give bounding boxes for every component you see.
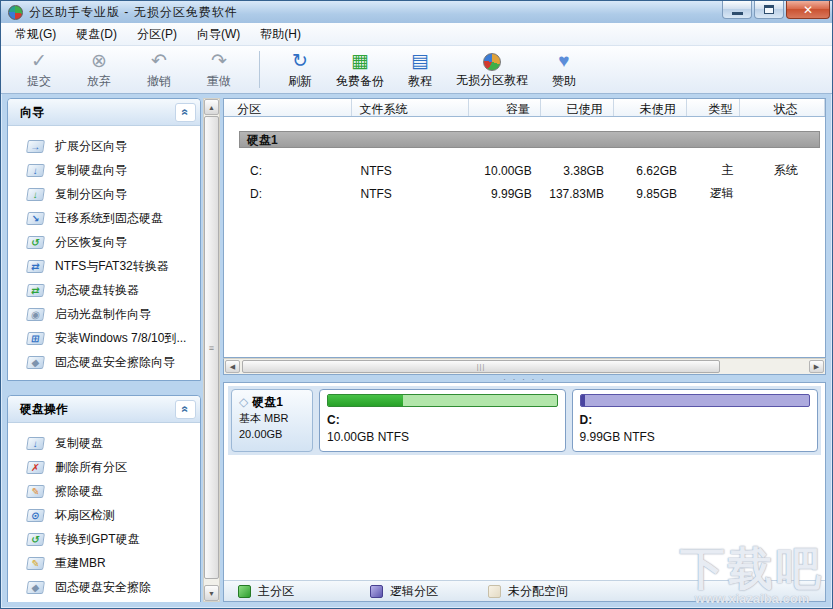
boot-cd-icon: ◉ bbox=[26, 308, 45, 321]
usage-bar-c bbox=[327, 394, 558, 407]
scrollbar-thumb[interactable]: ≡ bbox=[204, 116, 219, 579]
dynamic-disk-converter-icon: ⇄ bbox=[26, 284, 45, 297]
sidebar-item-ntfs-fat32-converter[interactable]: ⇄ NTFS与FAT32转换器 bbox=[8, 254, 200, 278]
menu-help[interactable]: 帮助(H) bbox=[250, 23, 311, 46]
table-rows: C: NTFS 10.00GB 3.38GB 6.62GB 主 系统 D: NT… bbox=[224, 159, 825, 205]
redo-icon: ↷ bbox=[211, 50, 227, 72]
ssd-secure-erase-icon: ◆ bbox=[26, 356, 45, 369]
menu-wizard[interactable]: 向导(W) bbox=[187, 23, 250, 46]
sidebar-item-copy-disk-wizard[interactable]: ↓ 复制硬盘向导 bbox=[8, 158, 200, 182]
disk-name: 硬盘1 bbox=[252, 394, 283, 410]
column-status[interactable]: 状态 bbox=[740, 99, 825, 116]
menu-general[interactable]: 常规(G) bbox=[5, 23, 66, 46]
hscrollbar-thumb[interactable]: ||| bbox=[242, 360, 720, 373]
table-row-c[interactable]: C: NTFS 10.00GB 3.38GB 6.62GB 主 系统 bbox=[224, 159, 825, 182]
sidebar-item-copy-partition-wizard[interactable]: ↓ 复制分区向导 bbox=[8, 182, 200, 206]
column-unused[interactable]: 未使用 bbox=[614, 99, 687, 116]
panel-splitter[interactable]: · · · · · bbox=[223, 375, 826, 382]
sidebar-item-extend-partition-wizard[interactable]: → 扩展分区向导 bbox=[8, 134, 200, 158]
menu-bar: 常规(G) 硬盘(D) 分区(P) 向导(W) 帮助(H) bbox=[1, 23, 832, 46]
usage-bar-d bbox=[580, 394, 811, 407]
unallocated-swatch-icon bbox=[488, 585, 501, 598]
partition-name: C: bbox=[327, 412, 558, 429]
recover-partition-icon: ↺ bbox=[26, 236, 45, 249]
scroll-right-button[interactable]: ▶ bbox=[809, 360, 824, 373]
table-row-d[interactable]: D: NTFS 9.99GB 137.83MB 9.85GB 逻辑 bbox=[224, 182, 825, 205]
partition-table: 分区 文件系统 容量 已使用 未使用 类型 状态 硬盘1 C: NTFS 10.… bbox=[223, 98, 826, 358]
column-used[interactable]: 已使用 bbox=[541, 99, 613, 116]
partition-info: 9.99GB NTFS bbox=[580, 429, 811, 445]
hscroll-track[interactable] bbox=[720, 360, 809, 373]
column-capacity[interactable]: 容量 bbox=[469, 99, 541, 116]
arrow-up-icon: ▲ bbox=[208, 104, 215, 111]
primary-partition-swatch-icon bbox=[238, 585, 251, 598]
refresh-button[interactable]: ↻ 刷新 bbox=[270, 46, 330, 93]
sidebar-item-install-windows[interactable]: ⊞ 安装Windows 7/8/10到... bbox=[8, 326, 200, 350]
ssd-secure-erase-icon: ◆ bbox=[26, 581, 45, 594]
sidebar: 向导 « → 扩展分区向导 ↓ 复制硬盘向导 ↓ 复制分区向导 ↘ 迁 bbox=[7, 98, 201, 602]
sidebar-item-ssd-secure-erase[interactable]: ◆ 固态硬盘安全擦除 bbox=[8, 575, 200, 599]
maximize-button[interactable] bbox=[754, 1, 784, 19]
close-button[interactable]: ✕ bbox=[786, 1, 830, 19]
usage-fill-d bbox=[581, 395, 586, 406]
sidebar-item-rebuild-mbr[interactable]: ✎ 重建MBR bbox=[8, 551, 200, 575]
column-partition[interactable]: 分区 bbox=[224, 99, 352, 116]
table-header: 分区 文件系统 容量 已使用 未使用 类型 状态 bbox=[224, 99, 825, 117]
menu-partition[interactable]: 分区(P) bbox=[127, 23, 187, 46]
minimize-button[interactable] bbox=[722, 1, 752, 19]
heart-icon: ♥ bbox=[558, 50, 569, 72]
column-filesystem[interactable]: 文件系统 bbox=[352, 99, 469, 116]
disk-ops-panel: 硬盘操作 « ↓ 复制硬盘 ✗ 删除所有分区 ✎ 擦除硬盘 ⊙ 坏扇区 bbox=[7, 395, 201, 602]
redo-button[interactable]: ↷ 重做 bbox=[189, 46, 249, 93]
scroll-down-button[interactable]: ▼ bbox=[204, 585, 219, 601]
sidebar-item-delete-all-partitions[interactable]: ✗ 删除所有分区 bbox=[8, 455, 200, 479]
disk-info-block[interactable]: ◇ 硬盘1 基本 MBR 20.00GB bbox=[231, 389, 313, 452]
disk-size: 20.00GB bbox=[239, 426, 312, 442]
sidebar-item-dynamic-disk-converter[interactable]: ⇄ 动态硬盘转换器 bbox=[8, 278, 200, 302]
sidebar-item-ssd-secure-erase-wizard[interactable]: ◆ 固态硬盘安全擦除向导 bbox=[8, 350, 200, 374]
convert-gpt-icon: ↺ bbox=[26, 533, 45, 546]
disk-scheme: 基本 MBR bbox=[239, 410, 312, 426]
sidebar-item-boot-cd-wizard[interactable]: ◉ 启动光盘制作向导 bbox=[8, 302, 200, 326]
wizard-panel: 向导 « → 扩展分区向导 ↓ 复制硬盘向导 ↓ 复制分区向导 ↘ 迁 bbox=[7, 98, 201, 381]
sidebar-item-partition-recovery-wizard[interactable]: ↺ 分区恢复向导 bbox=[8, 230, 200, 254]
app-logo-icon bbox=[8, 5, 23, 20]
partition-name: D: bbox=[580, 412, 811, 429]
wipe-disk-icon: ✎ bbox=[26, 485, 45, 498]
delete-all-partitions-icon: ✗ bbox=[26, 461, 45, 474]
sidebar-item-wipe-disk[interactable]: ✎ 擦除硬盘 bbox=[8, 479, 200, 503]
lossless-tutorial-button[interactable]: 无损分区教程 bbox=[450, 46, 534, 93]
free-backup-button[interactable]: ▦ 免费备份 bbox=[330, 46, 390, 93]
tutorial-button[interactable]: ▤ 教程 bbox=[390, 46, 450, 93]
disk-gem-icon: ◇ bbox=[239, 394, 248, 410]
sidebar-item-bad-sector-test[interactable]: ⊙ 坏扇区检测 bbox=[8, 503, 200, 527]
partition-block-c[interactable]: C: 10.00GB NTFS bbox=[319, 389, 566, 452]
horizontal-scrollbar[interactable]: ◀ ||| ▶ bbox=[223, 358, 826, 375]
wizard-collapse-button[interactable]: « bbox=[175, 103, 196, 122]
undo-icon: ↶ bbox=[151, 50, 167, 72]
column-type[interactable]: 类型 bbox=[687, 99, 740, 116]
sidebar-item-copy-disk[interactable]: ↓ 复制硬盘 bbox=[8, 431, 200, 455]
scroll-up-button[interactable]: ▲ bbox=[204, 99, 219, 115]
disk-group-row[interactable]: 硬盘1 bbox=[239, 131, 820, 148]
refresh-icon: ↻ bbox=[292, 50, 308, 72]
discard-icon: ⊗ bbox=[91, 50, 107, 72]
undo-button[interactable]: ↶ 撤销 bbox=[129, 46, 189, 93]
disk-ops-panel-header: 硬盘操作 « bbox=[8, 396, 200, 423]
discard-button[interactable]: ⊗ 放弃 bbox=[69, 46, 129, 93]
menu-disk[interactable]: 硬盘(D) bbox=[66, 23, 127, 46]
partition-block-d[interactable]: D: 9.99GB NTFS bbox=[572, 389, 819, 452]
sidebar-item-convert-to-gpt[interactable]: ↺ 转换到GPT硬盘 bbox=[8, 527, 200, 551]
legend-primary: 主分区 bbox=[238, 583, 294, 600]
scroll-left-button[interactable]: ◀ bbox=[225, 360, 240, 373]
sidebar-item-migrate-os-to-ssd[interactable]: ↘ 迁移系统到固态硬盘 bbox=[8, 206, 200, 230]
pie-chart-icon bbox=[483, 53, 501, 71]
disk-map-panel: ◇ 硬盘1 基本 MBR 20.00GB C: 10.00GB NTFS bbox=[223, 382, 826, 602]
disk-ops-panel-body: ↓ 复制硬盘 ✗ 删除所有分区 ✎ 擦除硬盘 ⊙ 坏扇区检测 ↺ 转换到GP bbox=[8, 423, 200, 602]
sidebar-scrollbar[interactable]: ▲ ≡ ▼ bbox=[203, 98, 220, 602]
splitter-grip-icon: · · · · · bbox=[503, 377, 546, 381]
disk-ops-collapse-button[interactable]: « bbox=[175, 400, 196, 419]
commit-button[interactable]: ✓ 提交 bbox=[9, 46, 69, 93]
copy-disk-icon: ↓ bbox=[26, 164, 45, 177]
sponsor-button[interactable]: ♥ 赞助 bbox=[534, 46, 594, 93]
